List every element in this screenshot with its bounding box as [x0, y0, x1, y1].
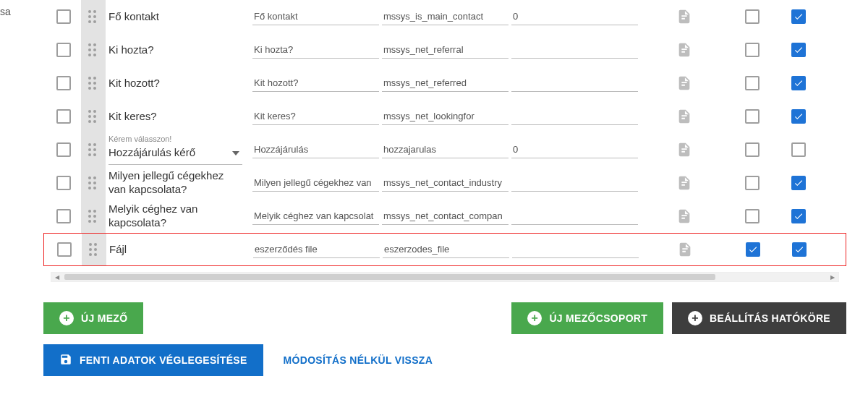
- finalize-label: FENTI ADATOK VÉGLEGESÍTÉSE: [80, 354, 247, 366]
- field-label: Kit hozott?: [109, 74, 160, 93]
- scroll-right-icon[interactable]: ▶: [827, 273, 838, 281]
- display-name-input[interactable]: [252, 8, 379, 25]
- display-name-input[interactable]: [252, 41, 379, 59]
- plus-icon: +: [59, 311, 74, 325]
- drag-handle-icon[interactable]: [81, 33, 106, 67]
- field-key-input[interactable]: [382, 174, 509, 192]
- document-icon[interactable]: [676, 108, 692, 124]
- new-field-button[interactable]: + ÚJ MEZŐ: [43, 302, 143, 334]
- option-a-checkbox[interactable]: [745, 43, 760, 57]
- table-row: Kit keres?: [43, 100, 846, 133]
- display-name-input[interactable]: [252, 174, 379, 192]
- document-icon[interactable]: [676, 208, 692, 224]
- field-label: Milyen jellegű cégekhez van kapcsolata?: [109, 166, 242, 200]
- save-icon: [59, 353, 72, 368]
- option-b-checkbox[interactable]: [791, 76, 806, 90]
- plus-icon: +: [527, 311, 542, 325]
- table-row: Kérem válasszon!Hozzájárulás kérő: [43, 133, 846, 166]
- option-b-checkbox[interactable]: [791, 9, 806, 24]
- settings-scope-button[interactable]: + BEÁLLÍTÁS HATÓKÖRE: [672, 302, 846, 334]
- table-row: Milyen jellegű cégekhez van kapcsolata?: [43, 166, 846, 200]
- display-name-input[interactable]: [252, 108, 379, 125]
- row-select-checkbox[interactable]: [56, 109, 71, 124]
- field-key-input[interactable]: [382, 108, 509, 125]
- new-field-group-label: ÚJ MEZŐCSOPORT: [549, 312, 647, 324]
- default-value-input[interactable]: [511, 141, 638, 158]
- field-label: Melyik céghez van kapcsolata?: [109, 200, 242, 233]
- horizontal-scrollbar[interactable]: ◀ ▶: [51, 272, 839, 282]
- document-icon[interactable]: [676, 142, 692, 158]
- back-link[interactable]: MÓDOSÍTÁS NÉLKÜL VISSZA: [272, 354, 445, 366]
- table-row: Fájl: [43, 233, 846, 266]
- row-select-checkbox[interactable]: [56, 142, 71, 157]
- option-a-checkbox[interactable]: [745, 176, 760, 190]
- settings-scope-label: BEÁLLÍTÁS HATÓKÖRE: [710, 312, 830, 324]
- default-value-input[interactable]: [511, 41, 638, 59]
- table-row: Kit hozott?: [43, 67, 846, 100]
- row-select-checkbox[interactable]: [56, 76, 71, 90]
- default-value-input[interactable]: [511, 174, 638, 192]
- option-a-checkbox[interactable]: [745, 209, 760, 223]
- drag-handle-icon[interactable]: [82, 234, 106, 265]
- field-key-input[interactable]: [382, 41, 509, 59]
- display-name-input[interactable]: [252, 74, 379, 92]
- drag-handle-icon[interactable]: [81, 100, 106, 133]
- row-select-checkbox[interactable]: [56, 9, 71, 24]
- new-field-group-button[interactable]: + ÚJ MEZŐCSOPORT: [511, 302, 663, 334]
- default-value-input[interactable]: [512, 241, 639, 258]
- display-name-input[interactable]: [253, 241, 380, 258]
- field-key-input[interactable]: [383, 241, 509, 258]
- document-icon[interactable]: [676, 175, 692, 191]
- drag-handle-icon[interactable]: [81, 200, 106, 233]
- option-a-checkbox[interactable]: [745, 142, 760, 157]
- option-b-checkbox[interactable]: [791, 176, 806, 190]
- drag-handle-icon[interactable]: [81, 67, 106, 100]
- option-b-checkbox[interactable]: [791, 109, 806, 124]
- option-b-checkbox[interactable]: [791, 43, 806, 57]
- option-b-checkbox[interactable]: [792, 242, 807, 257]
- display-name-input[interactable]: [252, 141, 379, 158]
- table-row: Melyik céghez van kapcsolata?: [43, 200, 846, 233]
- field-key-input[interactable]: [382, 74, 509, 92]
- field-label: Kit keres?: [109, 107, 157, 127]
- field-label: Ki hozta?: [109, 40, 154, 60]
- stray-text: sa: [0, 6, 11, 17]
- table-row: Fő kontakt: [43, 0, 846, 33]
- field-label: Fő kontakt: [109, 7, 159, 27]
- default-value-input[interactable]: [511, 74, 638, 92]
- option-b-checkbox[interactable]: [791, 142, 806, 157]
- drag-handle-icon[interactable]: [81, 166, 106, 200]
- display-name-input[interactable]: [252, 208, 379, 225]
- document-icon[interactable]: [677, 242, 693, 257]
- action-bar: + ÚJ MEZŐ + ÚJ MEZŐCSOPORT + BEÁLLÍTÁS H…: [43, 302, 846, 376]
- finalize-button[interactable]: FENTI ADATOK VÉGLEGESÍTÉSE: [43, 344, 263, 376]
- row-select-checkbox[interactable]: [56, 209, 71, 223]
- scroll-left-icon[interactable]: ◀: [51, 273, 63, 281]
- default-value-input[interactable]: [511, 8, 638, 25]
- row-select-checkbox[interactable]: [57, 242, 72, 257]
- field-key-input[interactable]: [382, 141, 509, 158]
- new-field-label: ÚJ MEZŐ: [81, 312, 127, 324]
- table-row: Ki hozta?: [43, 33, 846, 67]
- field-table: Fő kontaktKi hozta?Kit hozott?Kit keres?…: [43, 0, 846, 282]
- document-icon[interactable]: [676, 9, 692, 25]
- row-select-checkbox[interactable]: [56, 176, 71, 190]
- default-value-input[interactable]: [511, 208, 638, 225]
- option-a-checkbox[interactable]: [745, 9, 760, 24]
- option-a-checkbox[interactable]: [745, 109, 760, 124]
- field-label: Fájl: [109, 240, 127, 260]
- option-a-checkbox[interactable]: [745, 76, 760, 90]
- default-value-input[interactable]: [511, 108, 638, 125]
- option-a-checkbox[interactable]: [746, 242, 760, 257]
- row-select-checkbox[interactable]: [56, 43, 71, 57]
- field-key-input[interactable]: [382, 8, 509, 25]
- field-key-input[interactable]: [382, 208, 509, 225]
- document-icon[interactable]: [676, 75, 692, 91]
- document-icon[interactable]: [676, 42, 692, 58]
- option-b-checkbox[interactable]: [791, 209, 806, 223]
- field-type-dropdown[interactable]: Hozzájárulás kérő: [109, 142, 242, 165]
- drag-handle-icon[interactable]: [81, 133, 106, 166]
- chevron-down-icon: [232, 151, 239, 155]
- scroll-thumb[interactable]: [64, 274, 715, 280]
- drag-handle-icon[interactable]: [81, 0, 106, 33]
